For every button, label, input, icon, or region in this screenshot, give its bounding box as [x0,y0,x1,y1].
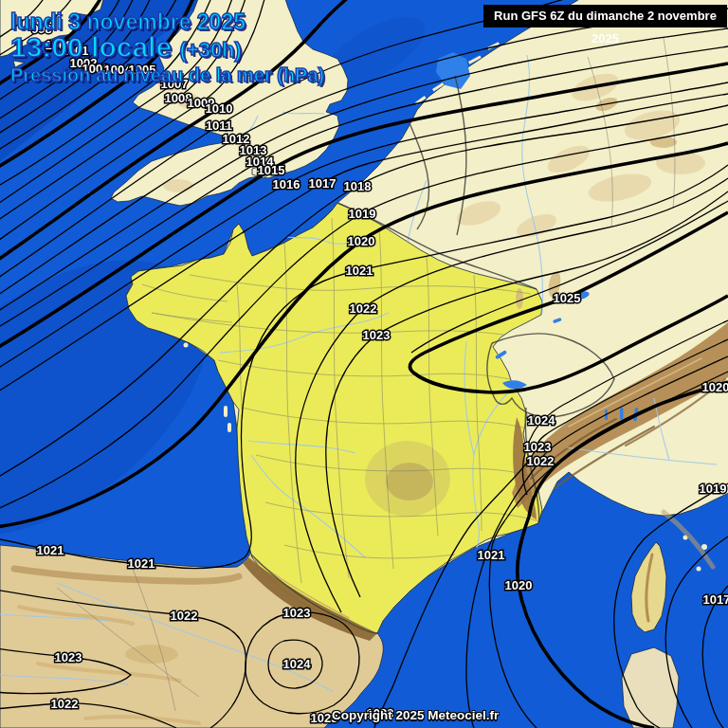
isobar-label: 1021 [346,264,373,278]
isobar-label: 1015 [258,163,285,177]
isobar-label: 1011 [206,118,232,133]
isobar-label: 1022 [171,609,198,623]
isobar-label: 1018 [344,179,372,193]
isobar-label: 1020 [702,380,728,394]
sardinia-land [622,647,679,728]
isobar-label: 1019 [700,482,727,496]
isobar-label: 1017 [309,176,337,191]
isobar-label: 1023 [524,440,552,454]
forecast-offset: (+30h) [179,38,241,62]
isobar-label: 1021 [37,543,64,557]
isobar-label: 1020 [505,578,533,592]
isobar-label: 1024 [283,657,312,671]
isobar-label: 1023 [55,650,82,664]
pressure-map: 9981000100110021003100410051007100810091… [0,0,728,728]
isobar-label: 1021 [128,556,155,571]
isobar-label: 1016 [273,177,300,191]
isobar-label: 1019 [349,207,376,221]
isobar-label: 1023 [283,606,311,620]
isobar-label: 1017 [703,592,728,607]
isobar-label: 1021 [478,548,505,562]
isobar-label: 1022 [51,697,79,711]
isobar-label: 1020 [348,234,375,248]
isobar-label: 1010 [206,101,233,116]
local-time: 13:00 locale [10,31,172,63]
weather-map-page: 9981000100110021003100410051007100810091… [0,0,728,728]
isobar-label: 1023 [363,328,391,342]
model-run-badge: Run GFS 6Z du dimanche 2 novembre 2025 [483,5,727,27]
isobar-label: 1022 [527,454,555,468]
isobar-label: 1025 [554,291,581,305]
field-title: Pression au niveau de la mer (hPa) [10,64,324,86]
valid-time-label: 13:00 locale (+30h) [10,31,242,64]
isobar-label: 1024 [528,413,556,428]
isobar-label: 1022 [350,301,377,316]
copyright-label: Copyright 2025 Meteociel.fr [332,708,499,722]
